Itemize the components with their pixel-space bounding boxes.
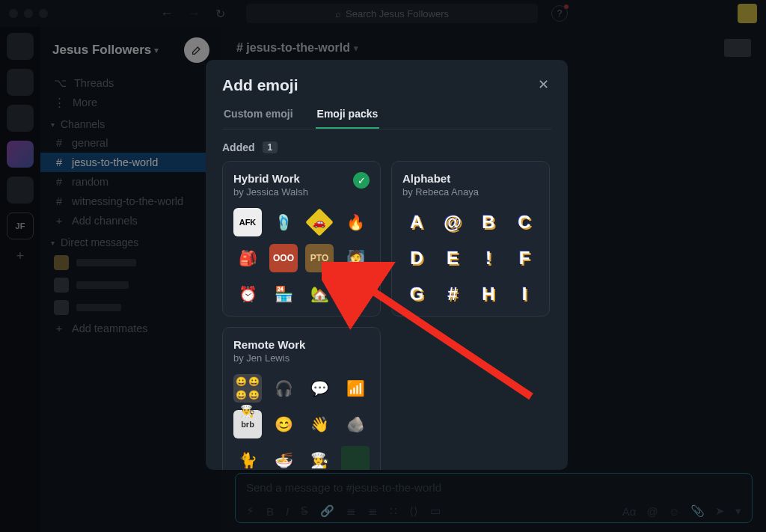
emoji-letter-b: B	[474, 208, 503, 236]
emoji-stones: 🪨	[341, 410, 370, 438]
emoji-letter-e: E	[438, 244, 467, 272]
pack-author: by Jen Lewis	[233, 352, 370, 364]
emoji-letter-hash: #	[438, 280, 467, 308]
emoji-house: 🏡	[305, 280, 334, 308]
added-check-icon: ✓	[353, 172, 370, 189]
modal-title: Add emoji	[222, 76, 551, 94]
emoji-letter-a: A	[402, 208, 431, 236]
emoji-chat-bubbles: 💬	[305, 374, 334, 403]
emoji-backpack: 🎒	[233, 244, 262, 272]
pack-title: Remote Work	[233, 338, 370, 351]
pack-author: by Jessica Walsh	[233, 186, 370, 198]
emoji-wifi: 📶	[341, 374, 370, 403]
tab-custom-emoji[interactable]: Custom emoji	[222, 108, 295, 129]
emoji-alarm: ⏰	[233, 280, 262, 308]
emoji-grill: 🔥	[341, 208, 370, 236]
close-icon: ✕	[538, 76, 549, 93]
emoji-brady-smile: 😀😀😀😀	[233, 374, 262, 403]
pack-title: Hybrid Work	[233, 172, 370, 185]
emoji-pack-alphabet[interactable]: Alphabet by Rebeca Anaya A @ B C D E ! F…	[391, 161, 550, 317]
emoji-letter-g: G	[402, 280, 431, 308]
emoji-pack-remote-work[interactable]: Remote Work by Jen Lewis 😀😀😀😀 🎧 💬 📶 brb👨…	[222, 327, 381, 470]
close-button[interactable]: ✕	[532, 73, 554, 96]
emoji-clipboard: 📋	[341, 280, 370, 308]
pack-author: by Rebeca Anaya	[402, 186, 539, 198]
modal-tabs: Custom emoji Emoji packs	[222, 108, 551, 129]
emoji-letter-f: F	[510, 244, 539, 272]
emoji-spa-face: 🧖	[341, 244, 370, 272]
emoji-store: 🏪	[269, 280, 298, 308]
emoji-letter-excl: !	[474, 244, 503, 272]
add-emoji-modal: Add emoji ✕ Custom emoji Emoji packs Add…	[206, 60, 568, 470]
emoji-smile: 😊	[269, 410, 298, 438]
emoji-pack-hybrid-work[interactable]: ✓ Hybrid Work by Jessica Walsh AFK 🩴 🚗 🔥…	[222, 161, 381, 317]
emoji-afk: AFK	[233, 208, 262, 236]
emoji-letter-at: @	[438, 208, 467, 236]
pack-title: Alphabet	[402, 172, 539, 185]
added-row: Added 1	[222, 141, 551, 153]
emoji-headphones: 🎧	[269, 374, 298, 403]
emoji-letter-i: I	[510, 280, 539, 308]
emoji-letter-h: H	[474, 280, 503, 308]
emoji-wave: 👋	[305, 410, 334, 438]
emoji-slipper: 🩴	[269, 208, 298, 236]
added-count: 1	[263, 141, 278, 153]
added-label: Added	[222, 141, 255, 153]
emoji-ooo: OOO	[269, 244, 298, 272]
emoji-commute-sign: 🚗	[305, 208, 334, 236]
emoji-letter-d: D	[402, 244, 431, 272]
emoji-brb: brb👨‍🍳	[233, 410, 262, 438]
emoji-noodles: 🍜	[269, 446, 298, 470]
emoji-letter-c: C	[510, 208, 539, 236]
emoji-nameplate	[341, 446, 370, 470]
tab-emoji-packs[interactable]: Emoji packs	[316, 108, 380, 129]
emoji-chef: 👩‍🍳	[305, 446, 334, 470]
emoji-cat: 🐈	[233, 446, 262, 470]
emoji-pto: PTO	[305, 244, 334, 272]
